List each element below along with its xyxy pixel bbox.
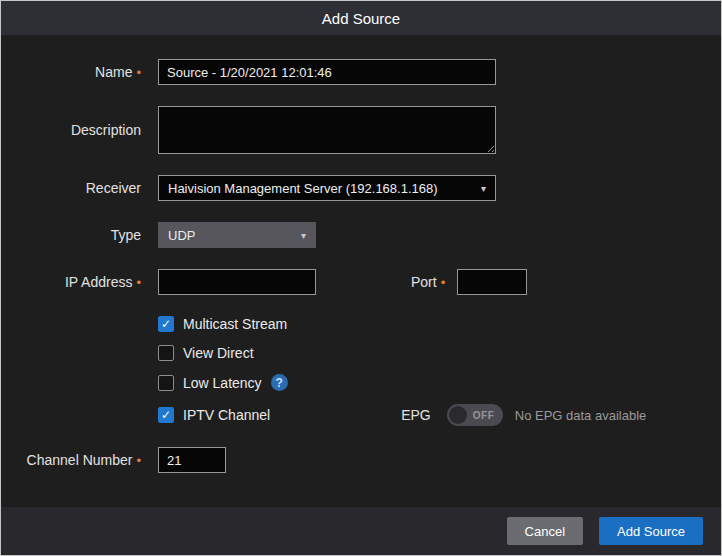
- help-icon[interactable]: ?: [271, 374, 288, 391]
- check-icon: ✓: [161, 408, 171, 422]
- required-marker: •: [136, 275, 141, 290]
- iptv-channel-row: ✓ IPTV Channel EPG OFF No EPG data avail…: [1, 404, 721, 426]
- chevron-down-icon: ▾: [481, 183, 486, 194]
- check-icon: ✓: [161, 346, 171, 360]
- ip-port-row: IP Address• Port•: [1, 269, 721, 295]
- cancel-button[interactable]: Cancel: [507, 517, 583, 545]
- type-selected-value: UDP: [168, 228, 195, 243]
- port-label: Port•: [411, 273, 445, 291]
- multicast-stream-checkbox[interactable]: ✓: [158, 316, 174, 332]
- dialog-header: Add Source: [1, 1, 721, 35]
- required-marker: •: [441, 275, 446, 290]
- ip-address-label: IP Address•: [1, 274, 141, 290]
- low-latency-row: ✓ Low Latency ?: [1, 374, 721, 391]
- multicast-stream-label: Multicast Stream: [183, 316, 287, 332]
- add-source-button[interactable]: Add Source: [599, 517, 703, 545]
- port-input[interactable]: [457, 269, 527, 295]
- channel-number-row: Channel Number•: [1, 447, 721, 473]
- iptv-channel-checkbox[interactable]: ✓: [158, 407, 174, 423]
- check-icon: ✓: [161, 376, 171, 390]
- type-row: Type UDP ▾: [1, 222, 721, 248]
- low-latency-label: Low Latency: [183, 375, 262, 391]
- low-latency-checkbox[interactable]: ✓: [158, 375, 174, 391]
- required-marker: •: [136, 65, 141, 80]
- multicast-stream-row: ✓ Multicast Stream: [1, 316, 721, 332]
- receiver-dropdown[interactable]: Haivision Management Server (192.168.1.1…: [158, 175, 496, 201]
- channel-number-label: Channel Number•: [1, 452, 141, 468]
- epg-status-text: No EPG data available: [515, 408, 647, 423]
- name-label: Name•: [1, 64, 141, 80]
- dialog-body: Name• Description Receiver Haivision Man…: [1, 35, 721, 507]
- receiver-row: Receiver Haivision Management Server (19…: [1, 175, 721, 201]
- channel-number-input[interactable]: [158, 447, 226, 473]
- receiver-selected-value: Haivision Management Server (192.168.1.1…: [168, 181, 438, 196]
- type-label: Type: [1, 227, 141, 243]
- description-label: Description: [1, 122, 141, 138]
- type-dropdown[interactable]: UDP ▾: [158, 222, 316, 248]
- epg-label: EPG: [401, 407, 431, 423]
- description-input[interactable]: [158, 106, 496, 154]
- iptv-channel-label: IPTV Channel: [183, 407, 270, 423]
- required-marker: •: [136, 453, 141, 468]
- view-direct-row: ✓ View Direct: [1, 345, 721, 361]
- view-direct-checkbox[interactable]: ✓: [158, 345, 174, 361]
- check-icon: ✓: [161, 317, 171, 331]
- name-input[interactable]: [158, 59, 496, 85]
- receiver-label: Receiver: [1, 180, 141, 196]
- view-direct-label: View Direct: [183, 345, 254, 361]
- toggle-knob-icon: [449, 406, 467, 424]
- ip-address-input[interactable]: [158, 269, 316, 295]
- chevron-down-icon: ▾: [301, 230, 306, 241]
- epg-toggle-state: OFF: [473, 410, 495, 421]
- epg-toggle[interactable]: OFF: [447, 404, 503, 426]
- add-source-dialog: Add Source Name• Description Receiver Ha…: [0, 0, 722, 556]
- name-row: Name•: [1, 59, 721, 85]
- description-row: Description: [1, 106, 721, 154]
- dialog-title: Add Source: [322, 10, 400, 27]
- dialog-footer: Cancel Add Source: [1, 507, 721, 555]
